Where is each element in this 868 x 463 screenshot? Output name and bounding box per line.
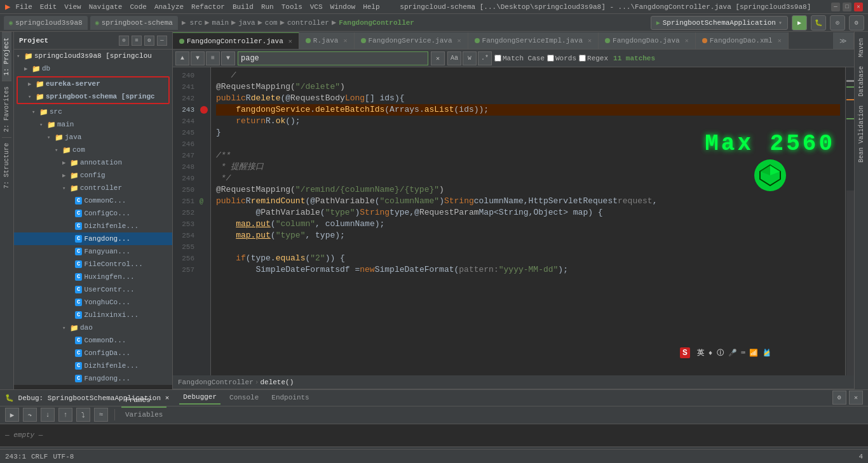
close-tab-fangdongcontroller[interactable]: ✕	[288, 37, 292, 45]
match-case-label[interactable]: Match Case	[494, 55, 545, 62]
close-tab-r[interactable]: ✕	[343, 37, 347, 44]
menu-vcs[interactable]: VCS	[310, 3, 323, 11]
tree-item-dao[interactable]: ▾ 📁 dao	[14, 321, 172, 334]
tree-item-fangyuan[interactable]: C Fangyuan...	[14, 245, 172, 258]
menu-help[interactable]: Help	[363, 3, 379, 11]
words-label[interactable]: Words	[547, 55, 576, 62]
maximize-button[interactable]: □	[843, 3, 851, 11]
tree-item-java[interactable]: ▾ 📁 java	[14, 131, 172, 144]
search-next-btn[interactable]: ▼	[191, 51, 205, 65]
coverage-button[interactable]: ⊙	[830, 15, 845, 30]
run-button[interactable]: ▶	[792, 15, 807, 30]
debug-settings-area[interactable]: ⚙ ✕	[832, 391, 863, 405]
tree-item-zulinxinxi[interactable]: C Zulinxinxi...	[14, 309, 172, 321]
sidebar-settings-btn[interactable]: ⚙	[144, 36, 154, 46]
debug-evaluate-btn[interactable]: ≈	[94, 408, 108, 422]
settings-button[interactable]: ⚙	[849, 15, 864, 30]
menu-analyze[interactable]: Analyze	[154, 3, 184, 11]
search-prev-btn[interactable]: ▲	[175, 51, 189, 65]
editor-tab-fangdongdaoxml[interactable]: FangdongDao.xml ✕	[696, 32, 789, 49]
regex-label[interactable]: Regex	[579, 55, 608, 62]
editor-tab-fangdongdao[interactable]: FangdongDao.java ✕	[599, 32, 696, 49]
match-case-checkbox[interactable]	[494, 55, 501, 62]
editor-tab-more[interactable]: ≫	[833, 32, 854, 49]
debug-resume-btn[interactable]: ▶	[5, 408, 19, 422]
debug-frames-tab[interactable]: Frames	[121, 394, 166, 408]
window-controls[interactable]: — □ ✕	[831, 3, 863, 11]
close-button[interactable]: ✕	[854, 3, 863, 11]
debug-settings-btn[interactable]: ⚙	[832, 391, 846, 405]
tree-item-huxingfen[interactable]: C Huxingfen...	[14, 271, 172, 283]
tree-item-main[interactable]: ▾ 📁 main	[14, 118, 172, 131]
debug-step-out-btn[interactable]: ↑	[58, 408, 72, 422]
tree-item-annotation[interactable]: ▶ 📁 annotation	[14, 156, 172, 169]
search-case-btn[interactable]: .*	[478, 51, 492, 65]
sidebar-collapse-btn[interactable]: ≡	[132, 36, 142, 46]
minimize-button[interactable]: —	[831, 3, 840, 11]
menu-navigate[interactable]: Navigate	[89, 3, 123, 11]
close-tab-fangdongdaoxml[interactable]: ✕	[778, 37, 782, 44]
tree-item-src[interactable]: ▾ 📁 src	[14, 105, 172, 118]
tree-item-dizhifenle2[interactable]: C Dizhifenle...	[14, 359, 172, 372]
tree-item-controller[interactable]: ▾ 📁 controller	[14, 182, 172, 194]
editor-tab-r[interactable]: R.java ✕	[299, 32, 355, 49]
editor-tab-fangdongcontroller[interactable]: FangdongController.java ✕	[173, 32, 299, 49]
sidebar-minimize-btn[interactable]: —	[157, 36, 167, 46]
tree-item-com[interactable]: ▾ 📁 com	[14, 144, 172, 156]
menu-edit[interactable]: Edit	[40, 3, 57, 11]
search-input[interactable]	[238, 51, 428, 65]
tree-item-config[interactable]: ▶ 📁 config	[14, 169, 172, 182]
search-expand-btn[interactable]: ▼	[221, 51, 235, 65]
tree-item-usercontr[interactable]: C UserContr...	[14, 283, 172, 296]
debug-tab-endpoints[interactable]: Endpoints	[268, 391, 313, 405]
project-tab-springcloud[interactable]: ◉ springcloud3s9a8	[4, 16, 88, 30]
vtab-structure[interactable]: 7: Structure	[2, 137, 11, 194]
tree-item-filecont[interactable]: C FileControl...	[14, 258, 172, 271]
search-all-btn[interactable]: ≡	[206, 51, 220, 65]
debug-step-over-btn[interactable]: ↷	[23, 408, 37, 422]
menu-run[interactable]: Run	[261, 3, 274, 11]
tree-item-fangdong[interactable]: C Fangdong...	[14, 232, 172, 245]
right-tab-beanvalidation[interactable]: Bean Validation	[857, 102, 866, 166]
debug-run-to-cursor-btn[interactable]: ⤵	[76, 408, 90, 422]
sidebar-sync-btn[interactable]: ⊙	[119, 36, 129, 46]
debug-tab-debugger[interactable]: Debugger	[179, 391, 220, 405]
search-close-btn[interactable]: ✕	[431, 51, 445, 65]
menu-build[interactable]: Build	[233, 3, 254, 11]
right-tab-maven[interactable]: Maven	[857, 34, 866, 61]
tree-item-commond[interactable]: C CommonD...	[14, 334, 172, 347]
run-config-selector[interactable]: ▶ SpringbootSchemaApplication ▾	[651, 16, 788, 30]
words-checkbox[interactable]	[547, 55, 554, 62]
search-option-controls[interactable]: Aa W .*	[447, 51, 492, 65]
menu-code[interactable]: Code	[130, 3, 146, 11]
scroll-thumb[interactable]	[846, 191, 854, 375]
menu-refactor[interactable]: Refactor	[191, 3, 225, 11]
menu-bar[interactable]: File Edit View Navigate Code Analyze Ref…	[15, 3, 379, 11]
editor-tab-fangdongservice[interactable]: FangdongService.java ✕	[355, 32, 468, 49]
regex-checkbox[interactable]	[579, 55, 586, 62]
vtab-favorites[interactable]: 2: Favorites	[2, 81, 11, 137]
tree-item-dizhifenle[interactable]: C Dizhifenle...	[14, 220, 172, 232]
tree-item-configco[interactable]: C ConfigCo...	[14, 207, 172, 220]
debug-close-btn[interactable]: ✕	[849, 391, 863, 405]
right-tab-database[interactable]: Database	[857, 62, 866, 100]
tree-item-fangdong2[interactable]: C Fangdong...	[14, 372, 172, 385]
tree-item-db[interactable]: ▶ 📁 db	[14, 62, 172, 75]
debug-variables-tab[interactable]: Variables	[121, 408, 166, 422]
menu-tools[interactable]: Tools	[281, 3, 302, 11]
breadcrumb-fangdong[interactable]: FangdongController	[178, 379, 254, 386]
menu-view[interactable]: View	[64, 3, 81, 11]
close-tab-fangdongserviceimpl[interactable]: ✕	[588, 37, 592, 44]
tree-item-springcloud[interactable]: ▾ 📁 springcloud3s9a8 [springclou	[14, 50, 172, 62]
debug-step-into-btn[interactable]: ↓	[41, 408, 55, 422]
tree-item-eureka[interactable]: ▶ 📁 eureka-server	[18, 77, 168, 90]
tree-item-yonghuco[interactable]: C YonghuCo...	[14, 296, 172, 309]
tree-item-configda[interactable]: C ConfigDa...	[14, 347, 172, 359]
menu-window[interactable]: Window	[330, 3, 356, 11]
breakpoint-243[interactable]	[200, 106, 208, 114]
code-editor[interactable]: / @RequestMapping("/delete") public R de…	[211, 67, 845, 375]
search-regex-btn[interactable]: Aa	[447, 51, 461, 65]
vtab-project[interactable]: 1: Project	[2, 32, 11, 81]
editor-tab-fangdongserviceimpl[interactable]: FangdongServiceImpl.java ✕	[468, 32, 599, 49]
tree-item-springboot[interactable]: ▾ 📁 springboot-schema [springc	[18, 90, 168, 103]
